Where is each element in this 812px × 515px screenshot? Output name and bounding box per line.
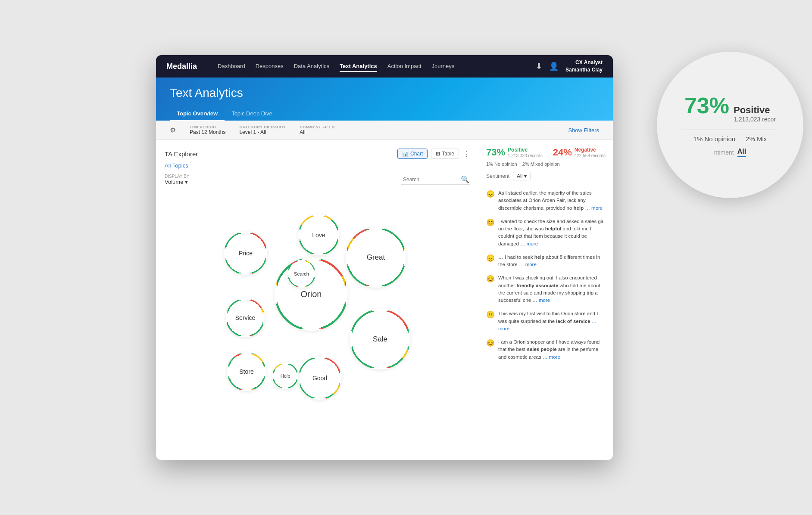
display-search-row: Display by Volume ▾ 🔍	[165, 174, 470, 185]
bubble-chart: Orion Great Sale Price Love Service Stor…	[165, 189, 470, 395]
filter-bar: ⚙ TIMEPERIOD Past 12 Months CATEGORY HIE…	[156, 121, 613, 140]
mixed-opinion-text: 2% Mixed opinion	[522, 161, 560, 167]
negative-label: Negative	[575, 147, 606, 153]
timeperiod-value[interactable]: Past 12 Months	[190, 129, 225, 135]
comment-text-2: I wanted to check the size and asked a s…	[498, 218, 606, 248]
show-filters-button[interactable]: Show Filters	[568, 127, 599, 133]
negative-percentage: 24%	[553, 147, 572, 158]
sentiment-filter-row: Sentiment All ▾	[486, 172, 606, 184]
comment-highlight-1: help	[574, 205, 584, 211]
comment-highlight-6: sales people	[527, 347, 557, 352]
explorer-header: TA Explorer 📊 Chart ⊞ Table ⋮	[165, 149, 470, 159]
sentiment-filter-select[interactable]: All ▾	[513, 172, 531, 180]
negative-records: 422,569 records	[575, 153, 606, 158]
display-by-select[interactable]: Volume ▾	[165, 179, 189, 185]
nav-bar: Medallia Dashboard Responses Data Analyt…	[156, 55, 613, 78]
search-bar[interactable]: 🔍	[401, 174, 470, 185]
main-content: TA Explorer 📊 Chart ⊞ Table ⋮ All Topics	[156, 140, 613, 459]
nav-item-responses[interactable]: Responses	[256, 61, 284, 72]
comment-emoji-2: 😊	[486, 218, 495, 226]
comment-text-4: When I was checking out, I also encounte…	[498, 274, 606, 304]
user-role: CX Analyst	[565, 59, 603, 66]
bubble-price[interactable]: Price	[224, 232, 267, 275]
nav-item-data-analytics[interactable]: Data Analytics	[294, 61, 329, 72]
more-link-3[interactable]: … more	[519, 262, 537, 267]
tab-topic-deep-dive[interactable]: Topic Deep Dive	[225, 107, 279, 121]
bubble-help[interactable]: Help	[272, 363, 298, 389]
comment-emoji-4: 😊	[486, 275, 495, 283]
sentiment-negative: 24% Negative 422,569 records	[553, 147, 606, 158]
all-topics-link[interactable]: All Topics	[165, 162, 470, 169]
chevron-down-icon-sentiment: ▾	[524, 173, 527, 179]
circle-sentiment-value[interactable]: All	[737, 148, 746, 157]
page-header: Text Analytics Topic Overview Topic Deep…	[156, 78, 613, 121]
comment-highlight-2: helpful	[545, 226, 562, 231]
nav-item-action-impact[interactable]: Action Impact	[387, 61, 422, 72]
more-button[interactable]: ⋮	[462, 149, 470, 158]
comment-highlight-5: lack of service	[556, 319, 590, 324]
timeperiod-label: TIMEPERIOD	[190, 125, 225, 129]
floating-circle: 73% Positive 1,213,023 recor 1% No opini…	[657, 52, 803, 198]
circle-row2: 1% No opinion 2% Mix	[693, 135, 767, 143]
chart-button[interactable]: 📊 Chart	[397, 149, 428, 159]
more-link-4[interactable]: … more	[532, 298, 550, 303]
display-by: Display by Volume ▾	[165, 174, 189, 185]
comment-item-2: 😊 I wanted to check the size and asked a…	[486, 218, 606, 248]
comment-field-value[interactable]: All	[300, 129, 335, 135]
positive-records: 1,213,023 records	[508, 153, 543, 158]
no-opinion-text: 1% No opinion	[486, 161, 517, 167]
user-name: Samantha Clay	[565, 66, 603, 74]
bubble-great[interactable]: Great	[346, 227, 406, 288]
nav-item-text-analytics[interactable]: Text Analytics	[340, 61, 377, 72]
comment-emoji-6: 😊	[486, 339, 495, 347]
positive-percentage: 73%	[486, 147, 505, 158]
comment-highlight-4: friendly associate	[516, 283, 558, 288]
nav-right: ⬇ 👤 CX Analyst Samantha Clay	[536, 59, 603, 74]
page-tabs: Topic Overview Topic Deep Dive	[170, 107, 599, 121]
bubble-good[interactable]: Good	[298, 357, 341, 400]
chart-label: Chart	[410, 151, 423, 157]
nav-item-dashboard[interactable]: Dashboard	[218, 61, 245, 72]
comment-item-6: 😊 I am a Orion shopper and I have always…	[486, 338, 606, 361]
bubble-love[interactable]: Love	[298, 214, 339, 255]
bubble-store[interactable]: Store	[227, 352, 266, 391]
nav-user: CX Analyst Samantha Clay	[565, 59, 603, 74]
circle-mixed: 2% Mix	[746, 135, 767, 143]
nav-item-journeys[interactable]: Journeys	[432, 61, 455, 72]
tab-topic-overview[interactable]: Topic Overview	[170, 107, 225, 121]
more-link-6[interactable]: … more	[543, 354, 560, 360]
sentiment-summary: 73% Positive 1,213,023 records 24% Negat…	[486, 147, 606, 158]
filter-category: CATEGORY HIERACHY Level 1 - All	[239, 125, 286, 135]
bubble-sale[interactable]: Sale	[350, 309, 410, 369]
bubble-search[interactable]: Search	[287, 260, 315, 288]
sentiment-filter-label: Sentiment	[486, 173, 509, 179]
table-icon: ⊞	[436, 151, 440, 157]
comment-item-5: 😐 This was my first visit to this Orion …	[486, 310, 606, 332]
comment-list: 😞 As I stated earlier, the majority of t…	[486, 189, 606, 361]
circle-positive-row: 73% Positive 1,213,023 recor	[684, 93, 776, 123]
category-label: CATEGORY HIERACHY	[239, 125, 286, 129]
sentiment-other: 1% No opinion 2% Mixed opinion	[486, 161, 606, 167]
bubble-service[interactable]: Service	[226, 298, 265, 337]
comment-text-6: I am a Orion shopper and I have always f…	[498, 338, 606, 361]
filter-icon[interactable]: ⚙	[170, 126, 176, 134]
download-icon[interactable]: ⬇	[536, 62, 542, 71]
comment-field-label: COMMENT FIELD	[300, 125, 335, 129]
circle-divider	[682, 130, 778, 130]
comment-highlight-3: help	[534, 254, 545, 260]
search-icon: 🔍	[461, 175, 469, 183]
display-by-label: Display by	[165, 174, 189, 179]
display-by-value: Volume	[165, 179, 183, 185]
comment-emoji-3: 😞	[486, 254, 495, 262]
category-value[interactable]: Level 1 - All	[239, 129, 286, 135]
circle-row3: ntiment All	[714, 148, 746, 157]
user-icon[interactable]: 👤	[549, 62, 559, 71]
more-link-2[interactable]: … more	[520, 241, 538, 246]
search-input[interactable]	[403, 177, 459, 183]
comment-text-1: As I stated earlier, the majority of the…	[498, 189, 606, 212]
table-button[interactable]: ⊞ Table	[431, 149, 459, 159]
more-link-1[interactable]: … more	[585, 205, 603, 211]
comment-item-3: 😞 … I had to seek help about 8 different…	[486, 254, 606, 269]
circle-no-opinion: 1% No opinion	[693, 135, 736, 143]
sentiment-filter-value: All	[517, 173, 522, 179]
